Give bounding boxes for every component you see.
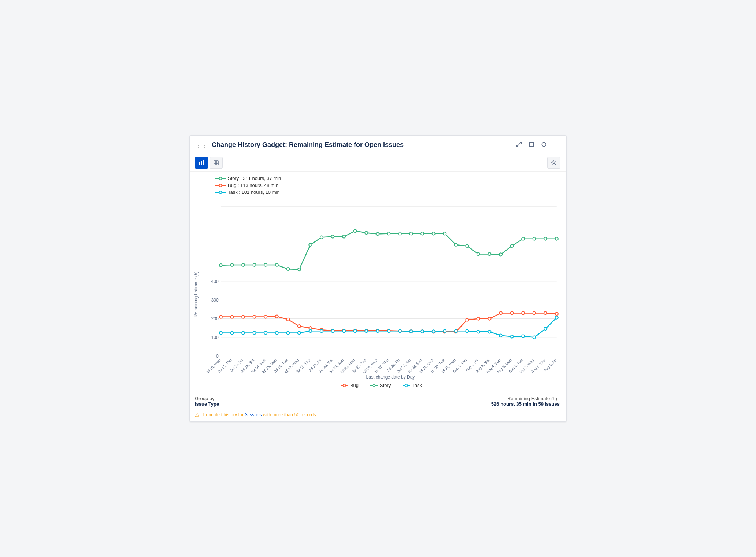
svg-point-127 <box>275 331 278 334</box>
svg-rect-4 <box>201 161 202 165</box>
svg-point-134 <box>354 329 357 332</box>
refresh-button[interactable] <box>540 141 548 149</box>
svg-point-119 <box>533 311 536 314</box>
expand-button[interactable] <box>515 141 523 149</box>
legend-bottom: Bug Story Task <box>202 383 560 388</box>
svg-point-80 <box>443 232 446 235</box>
svg-point-76 <box>399 232 401 235</box>
svg-point-67 <box>298 268 301 271</box>
chart-view-button[interactable] <box>195 157 208 169</box>
y-axis-label: Remaining Estimate (h) <box>193 197 201 392</box>
footer-left: Group by: Issue Type <box>195 396 219 407</box>
warning-text-after: with more than 50 records. <box>262 412 317 417</box>
svg-point-147 <box>499 334 502 337</box>
svg-point-88 <box>533 237 536 240</box>
svg-point-150 <box>533 336 536 339</box>
legend-bottom-story-label: Story <box>380 383 391 388</box>
svg-point-141 <box>432 330 435 333</box>
svg-text:100: 100 <box>211 335 219 340</box>
svg-point-77 <box>410 232 412 235</box>
svg-point-84 <box>488 252 491 255</box>
svg-point-138 <box>399 329 401 332</box>
svg-rect-6 <box>214 161 218 165</box>
drag-handle[interactable]: ⋮⋮ <box>195 141 208 149</box>
svg-point-15 <box>219 184 222 187</box>
svg-point-116 <box>499 311 502 314</box>
svg-point-78 <box>421 232 424 235</box>
svg-point-96 <box>275 315 278 318</box>
svg-point-85 <box>499 253 502 256</box>
view-buttons <box>195 157 223 169</box>
chart-wrapper: Remaining Estimate (h) 0 100 200 <box>193 197 560 392</box>
svg-rect-5 <box>203 160 204 165</box>
svg-point-140 <box>421 330 424 333</box>
legend-bug: Bug : 113 hours, 48 min <box>215 182 560 188</box>
svg-text:200: 200 <box>211 316 219 321</box>
svg-point-65 <box>275 263 278 266</box>
svg-point-125 <box>253 331 256 334</box>
svg-point-64 <box>264 263 267 266</box>
svg-point-128 <box>286 331 289 334</box>
remaining-label: Remaining Estimate (h) : <box>491 396 560 401</box>
svg-point-89 <box>544 237 547 240</box>
svg-point-139 <box>410 330 412 333</box>
more-icon: ··· <box>553 142 558 148</box>
svg-point-98 <box>298 325 301 328</box>
svg-point-145 <box>477 330 480 333</box>
svg-point-118 <box>522 311 525 314</box>
svg-point-156 <box>373 384 375 387</box>
svg-point-83 <box>477 252 480 255</box>
svg-text:400: 400 <box>211 279 219 284</box>
legend-task-label: Task : 101 hours, 10 min <box>228 189 280 195</box>
svg-point-132 <box>331 329 334 332</box>
svg-point-133 <box>342 329 345 332</box>
remaining-value: 526 hours, 35 min in 59 issues <box>491 401 560 407</box>
more-button[interactable]: ··· <box>552 141 560 149</box>
svg-point-91 <box>219 316 222 318</box>
svg-point-151 <box>544 327 547 330</box>
gadget-container: ⋮⋮ Change History Gadget: Remaining Esti… <box>189 135 567 422</box>
svg-point-71 <box>342 235 345 238</box>
svg-point-82 <box>466 244 468 247</box>
warning-icon: ⚠ <box>195 412 200 418</box>
gadget-header: ⋮⋮ Change History Gadget: Remaining Esti… <box>190 136 566 153</box>
truncated-issues-link[interactable]: 3 issues <box>245 412 262 417</box>
x-axis-label: Last change date by Day <box>220 375 560 380</box>
svg-rect-3 <box>199 162 200 165</box>
svg-point-68 <box>309 243 312 246</box>
svg-text:0: 0 <box>216 354 219 359</box>
svg-point-122 <box>219 331 222 334</box>
svg-point-63 <box>253 263 256 266</box>
svg-point-131 <box>320 329 323 332</box>
svg-point-113 <box>466 318 468 321</box>
svg-point-92 <box>230 316 233 318</box>
svg-point-95 <box>264 316 267 318</box>
svg-point-90 <box>555 237 558 240</box>
gadget-controls: ··· <box>515 141 560 149</box>
settings-button[interactable] <box>547 157 560 169</box>
svg-point-62 <box>242 263 245 266</box>
svg-point-93 <box>242 316 245 318</box>
svg-point-136 <box>376 329 379 332</box>
svg-point-87 <box>522 237 525 240</box>
frame-button[interactable] <box>527 141 536 149</box>
svg-point-11 <box>553 162 555 164</box>
toolbar <box>190 153 566 172</box>
svg-point-72 <box>354 229 357 232</box>
svg-point-130 <box>309 329 312 332</box>
svg-point-13 <box>219 177 222 180</box>
svg-point-117 <box>510 311 513 314</box>
svg-point-69 <box>320 236 323 239</box>
svg-point-149 <box>522 335 525 337</box>
svg-point-60 <box>219 264 222 267</box>
table-view-button[interactable] <box>210 157 223 169</box>
svg-point-61 <box>230 263 233 266</box>
footer: Group by: Issue Type Remaining Estimate … <box>190 392 566 410</box>
svg-point-74 <box>376 232 379 235</box>
svg-point-114 <box>477 317 480 320</box>
svg-point-144 <box>466 329 468 332</box>
legend-bottom-bug-label: Bug <box>350 383 359 388</box>
svg-point-152 <box>555 316 558 319</box>
svg-point-97 <box>286 318 289 321</box>
chart-inner: 0 100 200 300 400 Jul 10, Wed Jul 11, Th… <box>202 197 560 392</box>
